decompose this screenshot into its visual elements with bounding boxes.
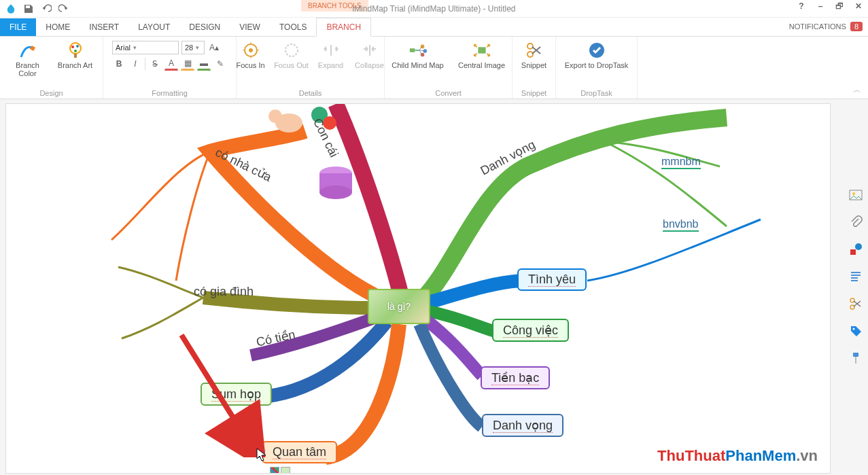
central-image-label: Central Image bbox=[458, 61, 505, 69]
node-tinh-yeu[interactable]: Tình yêu bbox=[517, 268, 587, 291]
svg-line-29 bbox=[181, 335, 249, 444]
focus-out-label: Focus Out bbox=[274, 61, 309, 69]
focus-out-button[interactable]: Focus Out bbox=[274, 39, 309, 69]
svg-rect-17 bbox=[478, 47, 485, 53]
snippet-button[interactable]: Snippet bbox=[518, 39, 551, 69]
child-mind-map-label: Child Mind Map bbox=[392, 61, 443, 69]
fill-color-button[interactable]: ▬ bbox=[197, 57, 211, 71]
child-mind-map-button[interactable]: Child Mind Map bbox=[388, 39, 448, 69]
font-name-value: Arial bbox=[116, 43, 131, 52]
svg-point-3 bbox=[76, 45, 79, 48]
ribbon: Branch Color Branch Art Design Arial▾ 28… bbox=[0, 37, 868, 99]
tab-home[interactable]: HOME bbox=[36, 18, 80, 36]
font-name-combo[interactable]: Arial▾ bbox=[112, 41, 179, 54]
italic-button[interactable]: I bbox=[128, 57, 142, 71]
close-button[interactable]: ✕ bbox=[853, 1, 864, 11]
ribbon-group-snippet-label: Snippet bbox=[521, 88, 546, 97]
ribbon-group-design-label: Design bbox=[39, 88, 63, 97]
notifications-area[interactable]: NOTIFICATIONS 8 bbox=[789, 22, 863, 31]
ribbon-collapse-button[interactable]: ︿ bbox=[853, 84, 861, 96]
bold-button[interactable]: B bbox=[112, 57, 126, 71]
undo-icon[interactable] bbox=[39, 2, 53, 16]
svg-point-35 bbox=[850, 298, 854, 302]
strike-button[interactable]: S̶ bbox=[148, 57, 162, 71]
svg-point-22 bbox=[268, 109, 282, 123]
grow-font-button[interactable]: A▴ bbox=[207, 41, 221, 54]
svg-point-27 bbox=[319, 186, 352, 199]
svg-point-36 bbox=[853, 328, 855, 330]
node-quan-tam[interactable]: Quan tâm bbox=[262, 441, 337, 463]
central-node[interactable]: là gì? bbox=[368, 289, 430, 324]
tab-branch[interactable]: BRANCH bbox=[316, 18, 371, 37]
branch-label-co-gia-dinh[interactable]: có gia đình bbox=[194, 285, 254, 299]
clear-formatting-button[interactable]: ✎ bbox=[213, 57, 227, 71]
font-color-button[interactable]: A bbox=[164, 57, 178, 71]
export-droptask-button[interactable]: Export to DropTask bbox=[561, 39, 632, 69]
svg-point-34 bbox=[850, 305, 854, 309]
restore-button[interactable]: 🗗 bbox=[834, 1, 845, 11]
color-swatch-icon[interactable] bbox=[281, 467, 290, 474]
tab-design[interactable]: DESIGN bbox=[179, 18, 230, 36]
highlight-color-button[interactable]: ▦ bbox=[181, 57, 194, 71]
svg-rect-32 bbox=[850, 249, 856, 255]
annotation-arrow-icon bbox=[175, 328, 270, 457]
tab-tools[interactable]: TOOLS bbox=[270, 18, 316, 36]
collapse-button[interactable]: Collapse bbox=[353, 39, 387, 69]
node-danh-vong[interactable]: Danh vọng bbox=[482, 414, 563, 437]
focus-in-icon bbox=[241, 41, 260, 60]
tab-file[interactable]: FILE bbox=[0, 18, 36, 36]
window-title: iMindMap Trial (iMindMap Ultimate) - Unt… bbox=[352, 4, 515, 14]
title-bar: BRANCH TOOLS iMindMap Trial (iMindMap Ul… bbox=[0, 0, 868, 18]
sub-node-bnvbnb[interactable]: bnvbnb bbox=[663, 218, 699, 232]
tag-tool-icon[interactable] bbox=[848, 323, 863, 338]
ribbon-group-formatting-label: Formatting bbox=[152, 88, 188, 97]
node-mini-toolbar[interactable] bbox=[270, 467, 290, 474]
node-tien-bac[interactable]: Tiền bạc bbox=[481, 366, 550, 389]
ribbon-group-convert-label: Convert bbox=[435, 88, 462, 97]
ribbon-group-convert: Child Mind Map Central Image Convert bbox=[385, 37, 513, 99]
expand-label: Expand bbox=[318, 61, 343, 69]
color-grid-icon[interactable] bbox=[270, 467, 279, 474]
droptask-icon bbox=[587, 41, 606, 60]
expand-icon bbox=[322, 41, 341, 60]
mindmap-canvas[interactable]: là gì? Con cái có nhà cửa có gia đình Có… bbox=[5, 103, 831, 474]
branch-art-button[interactable]: Branch Art bbox=[55, 39, 96, 69]
format-painter-tool-icon[interactable] bbox=[848, 351, 863, 366]
redo-icon[interactable] bbox=[57, 2, 71, 16]
central-image-button[interactable]: Central Image bbox=[455, 39, 509, 69]
svg-point-2 bbox=[71, 46, 74, 48]
branch-color-label: Branch Color bbox=[7, 61, 48, 77]
sub-node-mmnbm[interactable]: mmnbm bbox=[661, 156, 701, 169]
focus-in-button[interactable]: Focus In bbox=[235, 39, 267, 69]
expand-button[interactable]: Expand bbox=[316, 39, 346, 69]
snippet-tool-icon[interactable] bbox=[848, 296, 863, 311]
tab-view[interactable]: VIEW bbox=[230, 18, 270, 36]
snippet-label: Snippet bbox=[521, 61, 546, 69]
save-icon[interactable] bbox=[22, 2, 35, 16]
notifications-badge: 8 bbox=[850, 22, 863, 31]
tab-insert[interactable]: INSERT bbox=[80, 18, 128, 36]
focus-in-label: Focus In bbox=[236, 61, 264, 69]
attachment-tool-icon[interactable] bbox=[848, 215, 863, 230]
branch-art-icon bbox=[66, 41, 85, 60]
chevron-down-icon: ▾ bbox=[133, 44, 137, 51]
collapse-icon bbox=[360, 41, 379, 60]
app-logo-icon[interactable] bbox=[4, 2, 18, 16]
notifications-label: NOTIFICATIONS bbox=[789, 22, 846, 31]
svg-point-12 bbox=[285, 44, 298, 56]
help-button[interactable]: ? bbox=[796, 1, 807, 11]
window-controls: ? – 🗗 ✕ bbox=[796, 1, 864, 11]
tab-layout[interactable]: LAYOUT bbox=[128, 18, 179, 36]
svg-point-31 bbox=[852, 192, 855, 195]
svg-rect-37 bbox=[853, 353, 858, 357]
shapes-tool-icon[interactable] bbox=[848, 242, 863, 257]
branch-color-button[interactable]: Branch Color bbox=[7, 39, 48, 77]
font-size-value: 28 bbox=[185, 43, 193, 52]
notes-tool-icon[interactable] bbox=[848, 269, 863, 284]
minimize-button[interactable]: – bbox=[815, 1, 826, 11]
focus-out-icon bbox=[282, 41, 301, 60]
image-tool-icon[interactable] bbox=[848, 188, 863, 203]
font-size-combo[interactable]: 28▾ bbox=[181, 41, 205, 54]
svg-point-4 bbox=[74, 50, 77, 52]
node-cong-viec[interactable]: Công việc bbox=[492, 319, 569, 342]
